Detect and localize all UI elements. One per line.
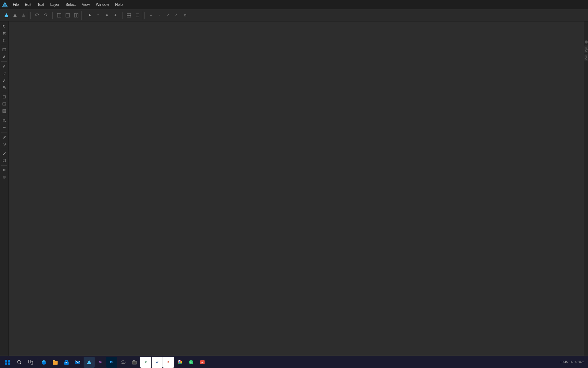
brush-tool-button[interactable] — [1, 77, 8, 84]
toolbar-transform-group: ↔ ↕ ⟲ ⟳ ⊡ — [146, 11, 190, 20]
undo-button[interactable] — [33, 11, 41, 19]
svg-text:A: A — [201, 361, 203, 364]
claquette-taskbar-button[interactable] — [129, 357, 140, 368]
transform-button-1[interactable]: ↔ — [147, 11, 155, 19]
toolbar-sep-3 — [83, 12, 83, 19]
task-view-button[interactable] — [25, 357, 36, 368]
menu-edit[interactable]: Edit — [22, 0, 34, 9]
redo-button[interactable] — [42, 11, 50, 19]
right-panel: Opa Col — [584, 21, 588, 356]
toolbar-sep-1 — [30, 12, 31, 19]
fill-tool-button[interactable] — [1, 84, 8, 91]
view-button-3[interactable] — [72, 11, 80, 19]
svg-rect-61 — [132, 361, 137, 364]
zoom-tool-button[interactable] — [1, 117, 8, 124]
toolbar-extra-group — [124, 11, 143, 20]
pen-tool-button[interactable] — [1, 63, 8, 70]
photo-mode-button[interactable] — [11, 11, 19, 19]
menu-view[interactable]: View — [79, 0, 93, 9]
extra-view-button-2[interactable] — [134, 11, 141, 19]
text-align-center-button[interactable]: ≡ — [94, 11, 102, 19]
toolbar-text-group: A ≡ A A — [85, 11, 121, 20]
edge-taskbar-button[interactable] — [38, 357, 49, 368]
color-picker-tool-button[interactable] — [1, 134, 8, 140]
mail-taskbar-button[interactable] — [72, 357, 83, 368]
word-taskbar-button[interactable]: W — [152, 357, 163, 368]
explorer-taskbar-button[interactable] — [50, 357, 61, 368]
app1-taskbar-button[interactable]: S — [186, 357, 197, 368]
pan-tool-button[interactable] — [1, 124, 8, 131]
shape-tool-button[interactable] — [1, 94, 8, 100]
left-toolbar: T A — [0, 21, 9, 356]
svg-rect-46 — [5, 360, 7, 362]
right-widget-circle-1 — [585, 40, 588, 44]
menu-file[interactable]: File — [10, 0, 22, 9]
svg-rect-14 — [127, 15, 129, 17]
tool-separator-1 — [1, 45, 7, 45]
affinity-publisher-taskbar-button[interactable] — [84, 357, 95, 368]
excel-taskbar-button[interactable]: X — [140, 357, 151, 368]
frame-text-tool-button[interactable]: T — [1, 46, 8, 53]
image-tool-button[interactable] — [1, 101, 8, 107]
text-justify-button[interactable]: A — [111, 11, 119, 19]
svg-point-40 — [3, 143, 6, 145]
note-tool-button[interactable] — [1, 157, 8, 164]
svg-rect-12 — [127, 13, 129, 15]
node-tool-button[interactable] — [1, 30, 8, 36]
transform-button-4[interactable]: ⟳ — [173, 11, 181, 19]
designer-mode-button[interactable] — [20, 11, 28, 19]
view-button-2[interactable] — [64, 11, 72, 19]
publisher-mode-button[interactable] — [2, 11, 10, 19]
move-tool-button[interactable] — [1, 23, 8, 29]
tool-separator-2 — [1, 61, 7, 62]
app2-taskbar-button[interactable]: A — [197, 357, 208, 368]
text-align-right-button[interactable]: A — [103, 11, 111, 19]
svg-point-26 — [4, 65, 5, 66]
transform-button-2[interactable]: ↕ — [156, 11, 164, 19]
svg-point-21 — [3, 34, 4, 35]
menu-window[interactable]: Window — [93, 0, 112, 9]
photoshop-taskbar-button[interactable]: Ps — [106, 357, 117, 368]
text-align-left-button[interactable]: A — [86, 11, 94, 19]
menu-select[interactable]: Select — [62, 0, 79, 9]
crop-tool-button[interactable] — [1, 37, 8, 44]
toolbar-sep-5 — [144, 12, 145, 19]
extra-view-button-1[interactable] — [125, 11, 133, 19]
measure-tool-button[interactable] — [1, 150, 8, 157]
menu-layer[interactable]: Layer — [47, 0, 62, 9]
tool-separator-7 — [1, 165, 7, 166]
svg-rect-13 — [129, 13, 131, 15]
menu-items: File Edit Text Layer Select View Window … — [10, 0, 126, 9]
svg-rect-9 — [66, 13, 70, 17]
right-panel-opacity-widget[interactable]: Opa — [584, 45, 588, 53]
taskbar-right: 10:45 11/14/2023 — [560, 360, 587, 364]
menu-text[interactable]: Text — [34, 0, 47, 9]
macro-tool-button[interactable] — [1, 141, 8, 148]
wacom-taskbar-button[interactable] — [118, 357, 129, 368]
pencil-tool-button[interactable] — [1, 70, 8, 77]
svg-rect-29 — [3, 109, 6, 113]
svg-line-41 — [3, 152, 6, 155]
right-panel-color-widget[interactable]: Col — [584, 54, 588, 61]
tool-separator-6 — [1, 149, 7, 149]
menu-help[interactable]: Help — [112, 0, 126, 9]
taskbar-separator — [37, 358, 37, 366]
svg-rect-11 — [77, 13, 78, 17]
svg-point-20 — [5, 32, 6, 33]
chrome-taskbar-button[interactable] — [174, 357, 185, 368]
artistic-text-tool-button[interactable]: A — [1, 53, 8, 60]
transform-button-5[interactable]: ⊡ — [181, 11, 189, 19]
transparency-tool-button[interactable] — [1, 174, 8, 181]
start-button[interactable] — [1, 357, 13, 368]
bridge-taskbar-button[interactable]: Br — [95, 357, 106, 368]
svg-rect-18 — [4, 33, 5, 34]
toolbar-mode-group — [1, 11, 29, 20]
transform-button-3[interactable]: ⟲ — [164, 11, 172, 19]
toolbar: A ≡ A A ↔ ↕ ⟲ ⟳ ⊡ — [0, 9, 588, 21]
view-button-1[interactable] — [55, 11, 63, 19]
store-taskbar-button[interactable] — [61, 357, 72, 368]
gradient-tool-button[interactable] — [1, 167, 8, 174]
search-button[interactable] — [14, 357, 25, 368]
table-tool-button[interactable] — [1, 108, 8, 114]
powerpoint-taskbar-button[interactable]: P — [163, 357, 174, 368]
